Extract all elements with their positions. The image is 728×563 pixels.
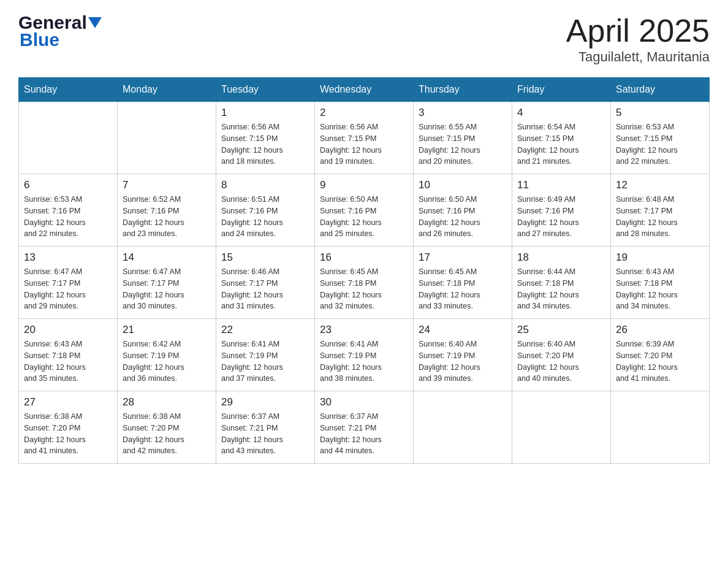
- day-number: 23: [320, 324, 408, 336]
- calendar-cell: 8Sunrise: 6:51 AMSunset: 7:16 PMDaylight…: [216, 174, 315, 247]
- day-number: 21: [123, 324, 211, 336]
- calendar-week-5: 27Sunrise: 6:38 AMSunset: 7:20 PMDayligh…: [19, 391, 710, 464]
- day-info: Sunrise: 6:48 AMSunset: 7:17 PMDaylight:…: [616, 194, 704, 240]
- calendar-week-1: 1Sunrise: 6:56 AMSunset: 7:15 PMDaylight…: [19, 102, 710, 174]
- day-number: 20: [24, 324, 112, 336]
- calendar-cell: 9Sunrise: 6:50 AMSunset: 7:16 PMDaylight…: [315, 174, 414, 247]
- calendar-cell: 27Sunrise: 6:38 AMSunset: 7:20 PMDayligh…: [19, 391, 118, 464]
- day-info: Sunrise: 6:42 AMSunset: 7:19 PMDaylight:…: [123, 339, 211, 385]
- day-number: 12: [616, 179, 704, 191]
- day-number: 4: [517, 107, 605, 119]
- day-info: Sunrise: 6:55 AMSunset: 7:15 PMDaylight:…: [419, 121, 507, 167]
- day-info: Sunrise: 6:47 AMSunset: 7:17 PMDaylight:…: [123, 266, 211, 312]
- day-info: Sunrise: 6:50 AMSunset: 7:16 PMDaylight:…: [419, 194, 507, 240]
- day-info: Sunrise: 6:43 AMSunset: 7:18 PMDaylight:…: [616, 266, 704, 312]
- day-number: 6: [24, 179, 112, 191]
- day-number: 30: [320, 396, 408, 408]
- day-info: Sunrise: 6:41 AMSunset: 7:19 PMDaylight:…: [221, 339, 309, 385]
- weekday-header-row: SundayMondayTuesdayWednesdayThursdayFrid…: [19, 78, 710, 102]
- day-number: 26: [616, 324, 704, 336]
- calendar-week-3: 13Sunrise: 6:47 AMSunset: 7:17 PMDayligh…: [19, 247, 710, 319]
- calendar-cell: 4Sunrise: 6:54 AMSunset: 7:15 PMDaylight…: [512, 102, 611, 174]
- day-info: Sunrise: 6:47 AMSunset: 7:17 PMDaylight:…: [24, 266, 112, 312]
- calendar-cell: 22Sunrise: 6:41 AMSunset: 7:19 PMDayligh…: [216, 319, 315, 391]
- day-info: Sunrise: 6:43 AMSunset: 7:18 PMDaylight:…: [24, 339, 112, 385]
- day-info: Sunrise: 6:52 AMSunset: 7:16 PMDaylight:…: [123, 194, 211, 240]
- calendar-week-4: 20Sunrise: 6:43 AMSunset: 7:18 PMDayligh…: [19, 319, 710, 391]
- day-number: 8: [221, 179, 309, 191]
- day-info: Sunrise: 6:40 AMSunset: 7:20 PMDaylight:…: [517, 339, 605, 385]
- title-block: April 2025 Taguilalett, Mauritania: [566, 12, 710, 65]
- calendar-cell: 20Sunrise: 6:43 AMSunset: 7:18 PMDayligh…: [19, 319, 118, 391]
- day-number: 5: [616, 107, 704, 119]
- day-number: 15: [221, 251, 309, 264]
- calendar-cell: 5Sunrise: 6:53 AMSunset: 7:15 PMDaylight…: [611, 102, 710, 174]
- logo: General Blue: [18, 12, 102, 50]
- day-number: 22: [221, 324, 309, 336]
- calendar-cell: 1Sunrise: 6:56 AMSunset: 7:15 PMDaylight…: [216, 102, 315, 174]
- day-info: Sunrise: 6:44 AMSunset: 7:18 PMDaylight:…: [517, 266, 605, 312]
- logo-blue-text: Blue: [20, 29, 102, 50]
- day-info: Sunrise: 6:46 AMSunset: 7:17 PMDaylight:…: [221, 266, 309, 312]
- calendar-cell: [611, 391, 710, 464]
- calendar-cell: 14Sunrise: 6:47 AMSunset: 7:17 PMDayligh…: [118, 247, 216, 319]
- day-number: 1: [221, 107, 309, 119]
- day-number: 27: [24, 396, 112, 408]
- calendar-cell: 17Sunrise: 6:45 AMSunset: 7:18 PMDayligh…: [414, 247, 512, 319]
- day-number: 3: [419, 107, 507, 119]
- day-info: Sunrise: 6:40 AMSunset: 7:19 PMDaylight:…: [419, 339, 507, 385]
- day-info: Sunrise: 6:45 AMSunset: 7:18 PMDaylight:…: [419, 266, 507, 312]
- day-number: 25: [517, 324, 605, 336]
- day-number: 10: [419, 179, 507, 191]
- day-number: 16: [320, 251, 408, 264]
- calendar-cell: 11Sunrise: 6:49 AMSunset: 7:16 PMDayligh…: [512, 174, 611, 247]
- day-number: 19: [616, 251, 704, 264]
- day-number: 7: [123, 179, 211, 191]
- weekday-header-tuesday: Tuesday: [216, 78, 315, 102]
- day-number: 2: [320, 107, 408, 119]
- calendar-cell: 13Sunrise: 6:47 AMSunset: 7:17 PMDayligh…: [19, 247, 118, 319]
- day-info: Sunrise: 6:54 AMSunset: 7:15 PMDaylight:…: [517, 121, 605, 167]
- day-info: Sunrise: 6:38 AMSunset: 7:20 PMDaylight:…: [24, 411, 112, 457]
- calendar-cell: 16Sunrise: 6:45 AMSunset: 7:18 PMDayligh…: [315, 247, 414, 319]
- calendar-cell: [118, 102, 216, 174]
- day-info: Sunrise: 6:37 AMSunset: 7:21 PMDaylight:…: [221, 411, 309, 457]
- weekday-header-saturday: Saturday: [611, 78, 710, 102]
- calendar-cell: 2Sunrise: 6:56 AMSunset: 7:15 PMDaylight…: [315, 102, 414, 174]
- calendar-cell: 24Sunrise: 6:40 AMSunset: 7:19 PMDayligh…: [414, 319, 512, 391]
- day-number: 14: [123, 251, 211, 264]
- calendar-cell: [19, 102, 118, 174]
- calendar-cell: 15Sunrise: 6:46 AMSunset: 7:17 PMDayligh…: [216, 247, 315, 319]
- day-number: 18: [517, 251, 605, 264]
- day-number: 24: [419, 324, 507, 336]
- calendar-cell: 25Sunrise: 6:40 AMSunset: 7:20 PMDayligh…: [512, 319, 611, 391]
- day-number: 28: [123, 396, 211, 408]
- page-header: General Blue April 2025 Taguilalett, Mau…: [18, 12, 710, 65]
- day-info: Sunrise: 6:56 AMSunset: 7:15 PMDaylight:…: [221, 121, 309, 167]
- weekday-header-monday: Monday: [118, 78, 216, 102]
- weekday-header-wednesday: Wednesday: [315, 78, 414, 102]
- day-info: Sunrise: 6:41 AMSunset: 7:19 PMDaylight:…: [320, 339, 408, 385]
- calendar-cell: 18Sunrise: 6:44 AMSunset: 7:18 PMDayligh…: [512, 247, 611, 319]
- calendar-cell: [512, 391, 611, 464]
- calendar-table: SundayMondayTuesdayWednesdayThursdayFrid…: [18, 77, 710, 464]
- calendar-cell: 10Sunrise: 6:50 AMSunset: 7:16 PMDayligh…: [414, 174, 512, 247]
- calendar-cell: 21Sunrise: 6:42 AMSunset: 7:19 PMDayligh…: [118, 319, 216, 391]
- calendar-cell: 12Sunrise: 6:48 AMSunset: 7:17 PMDayligh…: [611, 174, 710, 247]
- day-info: Sunrise: 6:50 AMSunset: 7:16 PMDaylight:…: [320, 194, 408, 240]
- weekday-header-sunday: Sunday: [19, 78, 118, 102]
- calendar-title: April 2025: [566, 12, 710, 49]
- calendar-cell: 26Sunrise: 6:39 AMSunset: 7:20 PMDayligh…: [611, 319, 710, 391]
- weekday-header-thursday: Thursday: [414, 78, 512, 102]
- day-info: Sunrise: 6:39 AMSunset: 7:20 PMDaylight:…: [616, 339, 704, 385]
- calendar-subtitle: Taguilalett, Mauritania: [566, 49, 710, 65]
- calendar-cell: 7Sunrise: 6:52 AMSunset: 7:16 PMDaylight…: [118, 174, 216, 247]
- day-number: 17: [419, 251, 507, 264]
- day-number: 11: [517, 179, 605, 191]
- day-info: Sunrise: 6:56 AMSunset: 7:15 PMDaylight:…: [320, 121, 408, 167]
- calendar-cell: 30Sunrise: 6:37 AMSunset: 7:21 PMDayligh…: [315, 391, 414, 464]
- day-number: 9: [320, 179, 408, 191]
- calendar-cell: 29Sunrise: 6:37 AMSunset: 7:21 PMDayligh…: [216, 391, 315, 464]
- day-number: 13: [24, 251, 112, 264]
- calendar-cell: 6Sunrise: 6:53 AMSunset: 7:16 PMDaylight…: [19, 174, 118, 247]
